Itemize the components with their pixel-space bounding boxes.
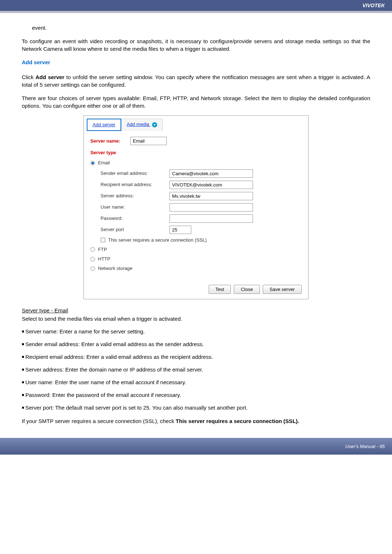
radio-icon: [90, 266, 95, 271]
bullet-list: Server name: Enter a name for the server…: [22, 328, 370, 411]
checkbox-icon: [101, 238, 105, 242]
list-item: Recipient email address: Enter a valid e…: [22, 353, 370, 361]
ssl-checkbox-row[interactable]: This server requires a secure connection…: [101, 237, 302, 243]
radio-ftp[interactable]: FTP: [90, 246, 302, 253]
radio-http[interactable]: HTTP: [90, 256, 302, 262]
tab-add-media[interactable]: Add media: [121, 119, 163, 131]
user-input[interactable]: [170, 203, 253, 212]
tab-add-media-label: Add media: [127, 122, 149, 127]
list-item: User name: Enter the user name of the em…: [22, 378, 370, 386]
server-type-label: Server type: [90, 149, 302, 156]
radio-network-storage[interactable]: Network storage: [90, 265, 302, 272]
list-item: Server port: The default mail server por…: [22, 404, 370, 411]
radio-email[interactable]: Email: [90, 160, 302, 166]
server-config-panel: Add server Add media Server name: Server…: [83, 115, 309, 299]
para-four-choices: There are four choices of server types a…: [22, 94, 370, 110]
radio-http-label: HTTP: [98, 256, 110, 262]
server-type-email-heading: Server type - Email: [22, 307, 370, 314]
footer-bar: User's Manual - 95: [0, 438, 392, 455]
list-item: Server address: Enter the domain name or…: [22, 366, 370, 373]
radio-icon: [90, 161, 95, 165]
section-title-add-server: Add server: [22, 58, 370, 66]
port-input[interactable]: [170, 226, 191, 234]
list-item: Server name: Enter a name for the server…: [22, 328, 370, 335]
list-item: Password: Enter the password of the emai…: [22, 391, 370, 399]
ssl-label: This server requires a secure connection…: [108, 237, 207, 243]
pass-input[interactable]: [170, 214, 253, 223]
dropdown-icon: [152, 122, 157, 127]
radio-icon: [90, 257, 95, 262]
server-name-label: Server name:: [90, 138, 130, 144]
port-label: Server port: [101, 226, 170, 233]
footer-text: User's Manual - 95: [345, 444, 385, 449]
ssl-note: If your SMTP server requires a secure co…: [22, 417, 370, 425]
tab-add-server[interactable]: Add server: [87, 119, 121, 131]
test-button[interactable]: Test: [209, 285, 231, 294]
server-type-email-desc: Select to send the media files via email…: [22, 315, 370, 323]
radio-email-label: Email: [98, 160, 110, 166]
server-addr-input[interactable]: [170, 192, 253, 200]
para-click-add-server: Click Add server to unfold the server se…: [22, 73, 370, 89]
brand-text: VIVOTEK: [363, 3, 385, 8]
sender-label: Sender email address:: [101, 170, 170, 177]
recipient-label: Recipient email address:: [101, 181, 170, 188]
list-item: Sender email address: Enter a valid emai…: [22, 340, 370, 348]
radio-icon: [90, 247, 95, 252]
save-server-button[interactable]: Save server: [263, 285, 302, 294]
recipient-input[interactable]: [170, 181, 253, 189]
page-content: event. To configure an event with video …: [0, 13, 392, 438]
sender-input[interactable]: [170, 169, 253, 178]
close-button[interactable]: Close: [234, 285, 260, 294]
radio-ftp-label: FTP: [98, 246, 107, 253]
pass-label: Password:: [101, 215, 170, 222]
intro-para: To configure an event with video recordi…: [22, 37, 370, 53]
user-label: User name:: [101, 204, 170, 210]
header-bar: VIVOTEK: [0, 0, 392, 11]
server-name-input[interactable]: [130, 137, 167, 145]
tab-row: Add server Add media: [84, 116, 308, 131]
server-addr-label: Server address:: [101, 193, 170, 199]
radio-network-label: Network storage: [98, 265, 132, 272]
event-line: event.: [32, 24, 370, 32]
